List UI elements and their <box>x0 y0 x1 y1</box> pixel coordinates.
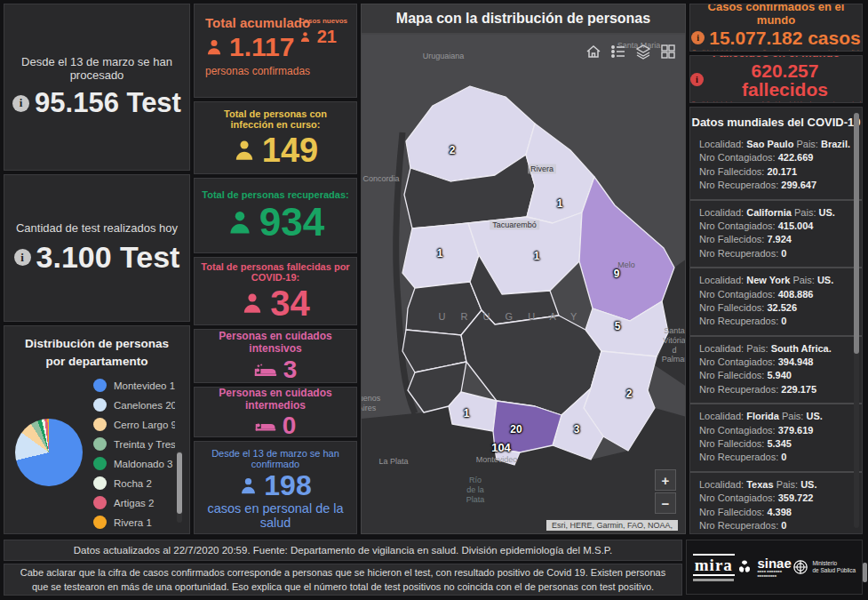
map-title: Mapa con la distribución de personas <box>361 4 686 34</box>
legend-icon[interactable] <box>610 44 626 60</box>
world-confirmed-value: i 15.077.182 casos <box>691 28 860 47</box>
tests-total-label: Desde el 13 de marzo se han procesado <box>4 55 189 82</box>
deaths-label: Total de personas fallecidas por COVID-1… <box>195 261 356 283</box>
distribution-title: Distribución de personas por departament… <box>4 326 189 372</box>
sinae-logo-caption: ■■■■ ■■■■■■■■■■■■■■■■ <box>757 570 791 579</box>
world-deaths-title: Fallecidos en el mundo <box>713 55 840 60</box>
world-entry: Localidad: Sao Paulo Pais: Brazil.Nro Co… <box>690 132 862 201</box>
home-icon[interactable] <box>585 44 601 60</box>
new-cases-block: Casos nuevos 21 <box>299 17 347 45</box>
zoom-out-button[interactable]: − <box>655 492 676 514</box>
recovered-panel: Total de personas recuperadas: 934 <box>194 178 357 253</box>
world-entry: Localidad: Florida Pais: US.Nro Contagia… <box>690 404 862 473</box>
basemap-icon[interactable] <box>660 44 676 60</box>
world-list-title: Datos mundiales del COVID-19 <box>690 108 862 132</box>
legend-item[interactable]: Artigas 2 <box>93 496 175 509</box>
active-cases-label: Total de personas con infección en curso… <box>195 108 356 130</box>
deaths-value: 34 <box>241 285 310 321</box>
world-entry: Localidad: New York Pais: US.Nro Contagi… <box>690 268 862 337</box>
person-icon <box>239 476 258 495</box>
legend-label: Maldonado 3 <box>114 459 173 469</box>
legend-item[interactable]: Montevideo 104 <box>93 379 175 392</box>
legend-item[interactable]: Canelones 20 <box>93 398 175 412</box>
msp-emblem-icon <box>792 559 808 575</box>
world-confirmed-panel: Casos confirmados en el mundo i 15.077.1… <box>689 4 863 52</box>
person-icon <box>299 31 311 43</box>
legend-scrollbar[interactable] <box>177 451 182 523</box>
footer-updated-bar: Datos actualizados al 22/7/2020 20:59. F… <box>4 540 682 561</box>
zoom-in-button[interactable]: + <box>655 469 676 491</box>
msp-logo: Ministerio de Salud Pública <box>792 559 856 575</box>
icu-value: 3 <box>254 357 298 382</box>
legend-label: Canelones 20 <box>114 400 175 411</box>
deaths-panel: Total de personas fallecidas por COVID-1… <box>194 257 357 325</box>
health-staff-value: 198 <box>239 471 311 500</box>
legend-label: Rivera 1 <box>114 517 152 528</box>
dashboard: Desde el 13 de marzo se han procesado i … <box>0 0 868 600</box>
world-entries-list: Localidad: Sao Paulo Pais: Brazil.Nro Co… <box>690 132 862 534</box>
world-entry: Localidad: California Pais: US.Nro Conta… <box>690 201 862 269</box>
icu-label: Personas en cuidados intensivos <box>195 330 356 355</box>
mira-logo: mira <box>693 554 735 581</box>
icu-panel: Personas en cuidados intensivos 3 <box>194 329 357 383</box>
world-data-panel: Datos mundiales del COVID-19 Localidad: … <box>689 107 863 534</box>
intermediate-care-value: 0 <box>255 413 297 438</box>
dept-paysandu[interactable] <box>402 223 479 288</box>
tests-today-value: i 3.100 Test <box>14 240 180 275</box>
tests-today-label: Cantidad de test realizados hoy <box>16 221 178 235</box>
active-cases-value: 149 <box>233 133 318 167</box>
legend-swatch <box>93 476 107 490</box>
recovered-label: Total de personas recuperadas: <box>202 189 348 200</box>
person-icon <box>205 38 223 56</box>
legend-label: Rocha 2 <box>114 478 152 489</box>
layers-icon[interactable] <box>635 44 651 60</box>
legend-swatch <box>93 496 107 509</box>
legend-label: Artigas 2 <box>114 498 154 508</box>
tests-today-panel: Cantidad de test realizados hoy i 3.100 … <box>4 174 190 322</box>
intermediate-care-panel: Personas en cuidados intermedios 0 <box>194 387 357 437</box>
legend-item[interactable]: Cerro Largo 9 <box>93 418 175 431</box>
legend-swatch <box>93 457 107 470</box>
footer-note-bar: Cabe aclarar que la cifra de casos confi… <box>4 564 682 596</box>
legend-item[interactable]: Maldonado 3 <box>93 457 175 470</box>
health-staff-intro: Desde el 13 de marzo se han confirmado <box>195 448 356 469</box>
active-cases-panel: Total de personas con infección en curso… <box>194 101 357 174</box>
tests-total-panel: Desde el 13 de marzo se han procesado i … <box>4 4 190 171</box>
accumulated-sub: personas confirmadas <box>205 65 346 77</box>
person-icon <box>227 209 253 236</box>
health-staff-sub: casos en personal de la salud <box>195 501 356 530</box>
legend-item[interactable]: Rivera 1 <box>93 516 175 529</box>
uruguay-map <box>362 35 686 534</box>
map[interactable]: 21119523120104UruguaianaSanta MariaConco… <box>361 34 686 534</box>
world-confirmed-title: Casos confirmados en el mundo <box>690 4 862 27</box>
world-deaths-caption: Cantidad total de personas fallecidas de… <box>690 100 862 104</box>
person-icon <box>241 292 264 315</box>
world-list-scrollbar[interactable] <box>854 113 859 528</box>
legend-swatch <box>93 437 107 451</box>
page-scrollbar[interactable] <box>863 563 867 582</box>
legend-swatch <box>93 516 107 529</box>
info-icon[interactable]: i <box>691 31 705 44</box>
tests-total-value: i 95.156 Test <box>12 87 181 119</box>
map-attribution: Esri, HERE, Garmin, FAO, NOAA, <box>546 520 678 531</box>
world-deaths-panel: Fallecidos en el mundo i 620.257 falleci… <box>689 55 863 103</box>
hospital-bed-icon <box>254 363 277 378</box>
info-icon[interactable]: i <box>690 73 704 86</box>
legend-label: Montevideo 104 <box>114 380 175 391</box>
world-deaths-value: i 620.257 fallecidos <box>690 61 862 99</box>
legend-item[interactable]: Treinta y Tres 5 <box>93 437 175 451</box>
legend-item[interactable]: Rocha 2 <box>93 476 175 490</box>
intermediate-care-label: Personas en cuidados intermedios <box>195 387 356 412</box>
info-icon[interactable]: i <box>14 249 31 266</box>
footer-logos: mira sinae ■■■■ ■■■■■■■■■■■■■■■■ Ministe… <box>686 540 863 595</box>
department-pie-chart[interactable] <box>15 419 83 486</box>
footer-note-text: Cabe aclarar que la cifra de casos confi… <box>4 565 681 595</box>
info-icon[interactable]: i <box>12 95 29 112</box>
person-icon <box>233 139 256 162</box>
legend-label: Cerro Largo 9 <box>114 420 175 430</box>
sinae-trefoil-icon <box>736 558 753 576</box>
distribution-panel: Distribución de personas por departament… <box>4 325 190 534</box>
recovered-value: 934 <box>227 203 324 242</box>
sinae-logo: sinae ■■■■ ■■■■■■■■■■■■■■■■ <box>736 556 791 579</box>
world-entry: Localidad: Pais: South Africa.Nro Contag… <box>690 337 862 405</box>
